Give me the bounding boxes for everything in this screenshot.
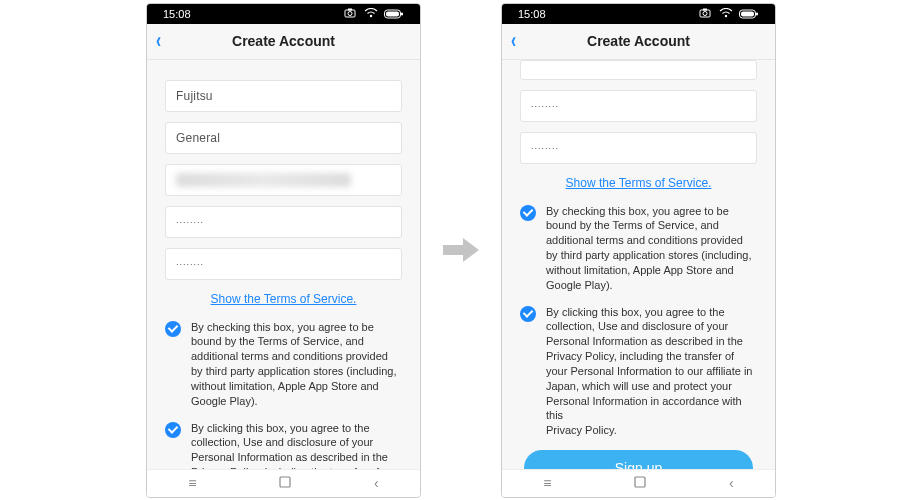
svg-point-11 bbox=[725, 14, 727, 16]
back-icon[interactable]: ‹ bbox=[374, 475, 379, 491]
back-button[interactable]: ‹ bbox=[511, 30, 516, 52]
svg-rect-14 bbox=[756, 12, 758, 15]
nav-bar: ‹ Create Account bbox=[147, 24, 420, 60]
battery-icon bbox=[384, 9, 404, 19]
content-area: ········ ········ Show the Terms of Serv… bbox=[502, 60, 775, 469]
agree-row-privacy: By clicking this box, you agree to the c… bbox=[165, 421, 402, 469]
agree-row-terms: By checking this box, you agree to be bo… bbox=[165, 320, 402, 409]
field-company-value: Fujitsu bbox=[176, 89, 213, 103]
agree-privacy-text: By clicking this box, you agree to the c… bbox=[546, 305, 757, 439]
field-type-value: General bbox=[176, 131, 220, 145]
terms-link[interactable]: Show the Terms of Service. bbox=[520, 176, 757, 190]
back-icon[interactable]: ‹ bbox=[729, 475, 734, 491]
svg-rect-15 bbox=[635, 477, 645, 487]
battery-icon bbox=[739, 9, 759, 19]
status-icons bbox=[344, 8, 404, 20]
home-icon[interactable] bbox=[279, 475, 291, 491]
checkbox-privacy[interactable] bbox=[165, 422, 181, 438]
home-icon[interactable] bbox=[634, 475, 646, 491]
field-company[interactable]: Fujitsu bbox=[165, 80, 402, 112]
agree-row-privacy: By clicking this box, you agree to the c… bbox=[520, 305, 757, 439]
camera-icon bbox=[344, 8, 358, 20]
transition-arrow-icon bbox=[441, 230, 481, 270]
status-bar: 15:08 bbox=[147, 4, 420, 24]
content-area: Fujitsu General ········ ········ Show t… bbox=[147, 60, 420, 469]
recent-apps-icon[interactable]: ≡ bbox=[188, 475, 196, 491]
agree-terms-text: By checking this box, you agree to be bo… bbox=[191, 320, 402, 409]
field-email-blurred[interactable] bbox=[165, 164, 402, 196]
password-dots-2: ········ bbox=[531, 143, 559, 153]
svg-rect-2 bbox=[348, 8, 352, 10]
agree-row-terms: By checking this box, you agree to be bo… bbox=[520, 204, 757, 293]
field-type[interactable]: General bbox=[165, 122, 402, 154]
agree-terms-text: By checking this box, you agree to be bo… bbox=[546, 204, 757, 293]
checkbox-privacy[interactable] bbox=[520, 306, 536, 322]
phone-left: 15:08 ‹ Create Account Fujitsu General ·… bbox=[146, 3, 421, 498]
password-field-1[interactable]: ········ bbox=[520, 90, 757, 122]
svg-rect-13 bbox=[741, 11, 754, 16]
svg-point-1 bbox=[348, 11, 352, 15]
signup-button[interactable]: Sign up bbox=[524, 450, 753, 468]
terms-link[interactable]: Show the Terms of Service. bbox=[165, 292, 402, 306]
wifi-icon bbox=[719, 8, 733, 20]
wifi-icon bbox=[364, 8, 378, 20]
password-field-2[interactable]: ········ bbox=[520, 132, 757, 164]
svg-rect-6 bbox=[401, 12, 403, 15]
svg-rect-7 bbox=[280, 477, 290, 487]
password-field-1[interactable]: ········ bbox=[165, 206, 402, 238]
field-partial-top[interactable] bbox=[520, 60, 757, 80]
svg-point-3 bbox=[370, 14, 372, 16]
phone-right: 15:08 ‹ Create Account ········ ········… bbox=[501, 3, 776, 498]
back-button[interactable]: ‹ bbox=[156, 30, 161, 52]
status-time: 15:08 bbox=[163, 8, 191, 20]
agree-privacy-text: By clicking this box, you agree to the c… bbox=[191, 421, 402, 469]
password-dots-1: ········ bbox=[531, 101, 559, 111]
password-field-2[interactable]: ········ bbox=[165, 248, 402, 280]
status-time: 15:08 bbox=[518, 8, 546, 20]
page-title: Create Account bbox=[147, 33, 420, 49]
camera-icon bbox=[699, 8, 713, 20]
svg-point-9 bbox=[703, 11, 707, 15]
status-icons bbox=[699, 8, 759, 20]
svg-rect-5 bbox=[386, 11, 399, 16]
recent-apps-icon[interactable]: ≡ bbox=[543, 475, 551, 491]
checkbox-terms[interactable] bbox=[520, 205, 536, 221]
android-nav-bar: ≡ ‹ bbox=[147, 469, 420, 497]
checkbox-terms[interactable] bbox=[165, 321, 181, 337]
page-title: Create Account bbox=[502, 33, 775, 49]
password-dots-2: ········ bbox=[176, 259, 204, 269]
android-nav-bar: ≡ ‹ bbox=[502, 469, 775, 497]
nav-bar: ‹ Create Account bbox=[502, 24, 775, 60]
status-bar: 15:08 bbox=[502, 4, 775, 24]
password-dots-1: ········ bbox=[176, 217, 204, 227]
svg-rect-10 bbox=[703, 8, 707, 10]
